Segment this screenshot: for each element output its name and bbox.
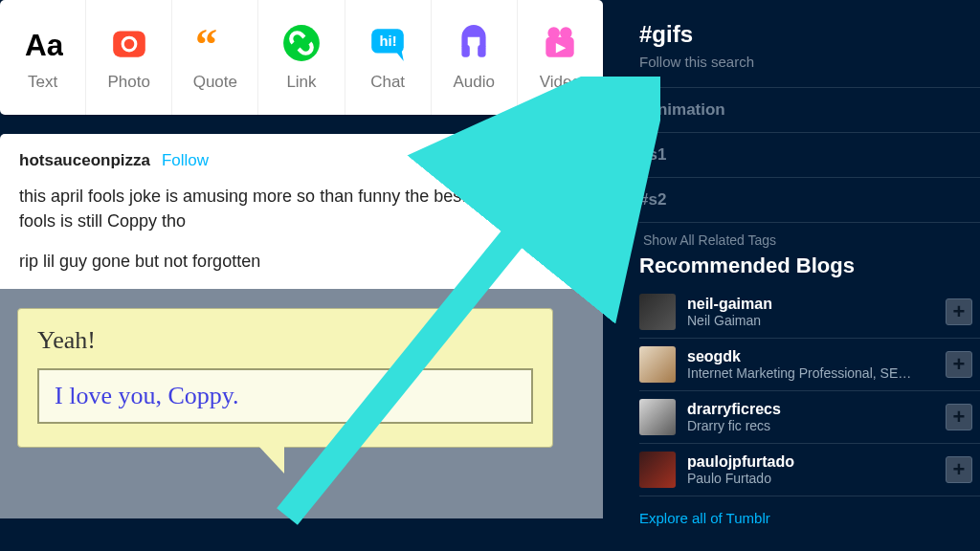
audio-icon xyxy=(454,23,494,63)
speech-bubble: Yeah! I love you, Coppy. xyxy=(17,308,553,448)
follow-link[interactable]: Follow xyxy=(162,151,209,170)
compose-bar: Aa Text Photo “ Quote Link hi! Ch xyxy=(0,0,603,115)
follow-blog-button[interactable] xyxy=(946,456,972,483)
explore-link[interactable]: Explore all of Tumblr xyxy=(639,496,980,526)
avatar xyxy=(639,294,676,330)
post-author[interactable]: hotsauceonpizza xyxy=(19,151,150,170)
related-tag[interactable]: #s1 xyxy=(639,132,980,177)
post-body: this april fools joke is amusing more so… xyxy=(19,184,584,274)
avatar xyxy=(639,399,676,435)
post-embedded-image: Yeah! I love you, Coppy. xyxy=(0,289,603,518)
blog-row[interactable]: drarryficrecs Drarry fic recs xyxy=(639,391,980,444)
follow-search-link[interactable]: Follow this search xyxy=(639,54,980,70)
blog-subtitle: Neil Gaiman xyxy=(687,313,917,328)
follow-blog-button[interactable] xyxy=(946,404,972,430)
svg-point-13 xyxy=(560,27,572,39)
post-paragraph: this april fools joke is amusing more so… xyxy=(19,184,584,233)
related-tag[interactable]: #animation xyxy=(639,87,980,132)
blog-row[interactable]: neil-gaiman Neil Gaiman xyxy=(639,286,980,339)
blog-subtitle: Internet Marketing Professional, SEO C xyxy=(687,365,917,381)
compose-text[interactable]: Aa Text xyxy=(0,0,86,115)
svg-marker-7 xyxy=(396,51,404,61)
compose-label: Text xyxy=(28,73,57,92)
text-icon: Aa xyxy=(23,23,63,63)
blog-subtitle: Drarry fic recs xyxy=(687,418,917,433)
bubble-title: Yeah! xyxy=(37,326,533,355)
compose-label: Audio xyxy=(454,73,495,92)
blog-name: paulojpfurtado xyxy=(687,453,980,471)
bubble-text: I love you, Coppy. xyxy=(37,368,533,424)
blog-name: seogdk xyxy=(687,348,980,365)
recommended-blogs-title: Recommended Blogs xyxy=(639,253,980,278)
chat-icon: hi! xyxy=(368,23,408,63)
blog-row[interactable]: paulojpfurtado Paulo Furtado xyxy=(639,444,980,496)
follow-blog-button[interactable] xyxy=(946,298,972,325)
svg-rect-10 xyxy=(478,45,485,57)
svg-point-5 xyxy=(283,25,320,61)
avatar xyxy=(639,346,676,383)
quote-icon: “ xyxy=(195,23,235,63)
show-all-tags-link[interactable]: Show All Related Tags xyxy=(639,223,980,253)
compose-photo[interactable]: Photo xyxy=(86,0,172,115)
avatar xyxy=(639,452,676,488)
blog-name: neil-gaiman xyxy=(687,296,980,313)
svg-point-12 xyxy=(548,27,561,39)
post-header: hotsauceonpizza Follow xyxy=(19,151,584,170)
compose-link[interactable]: Link xyxy=(258,0,345,115)
compose-label: Photo xyxy=(107,73,149,92)
compose-label: Quote xyxy=(193,73,237,92)
svg-text:Aa: Aa xyxy=(25,28,63,62)
compose-chat[interactable]: hi! Chat xyxy=(345,0,432,115)
compose-label: Video xyxy=(540,73,581,92)
compose-video[interactable]: Video xyxy=(518,0,603,115)
svg-point-3 xyxy=(123,39,134,50)
photo-icon xyxy=(109,23,149,63)
compose-label: Chat xyxy=(370,73,405,92)
search-tag-title: #gifs xyxy=(639,21,980,48)
blog-name: drarryficrecs xyxy=(687,401,980,418)
compose-audio[interactable]: Audio xyxy=(432,0,518,115)
follow-blog-button[interactable] xyxy=(946,351,972,378)
svg-text:“: “ xyxy=(195,23,217,63)
svg-text:hi!: hi! xyxy=(380,33,397,49)
blog-subtitle: Paulo Furtado xyxy=(687,471,917,486)
link-icon xyxy=(281,23,322,63)
sidebar: #gifs Follow this search #animation #s1 … xyxy=(603,0,980,551)
post-card: hotsauceonpizza Follow this april fools … xyxy=(0,134,603,518)
blog-row[interactable]: seogdk Internet Marketing Professional, … xyxy=(639,339,980,391)
svg-rect-9 xyxy=(462,45,470,57)
compose-label: Link xyxy=(286,73,316,92)
related-tag[interactable]: #s2 xyxy=(639,177,980,223)
post-paragraph: rip lil guy gone but not forgotten xyxy=(19,249,584,274)
compose-quote[interactable]: “ Quote xyxy=(172,0,258,115)
video-icon xyxy=(540,23,580,63)
